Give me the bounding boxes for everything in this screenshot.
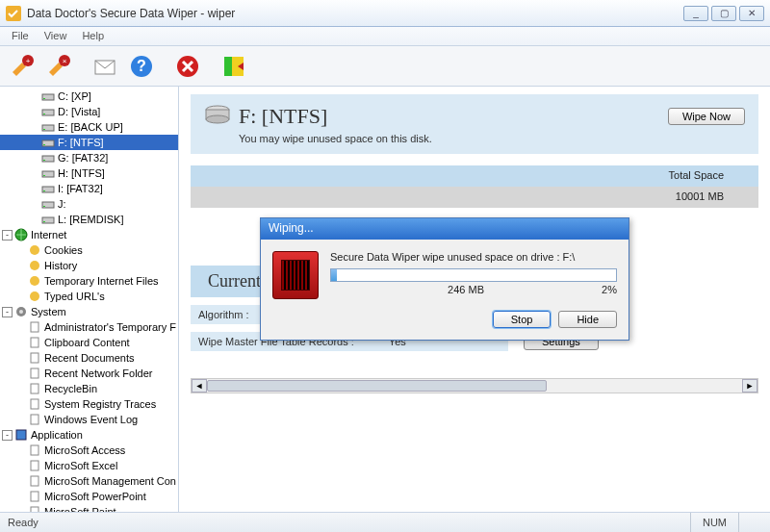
grid-row[interactable]: 10001 MB (191, 187, 758, 208)
svg-point-32 (30, 276, 39, 286)
tree-drive[interactable]: J: (0, 196, 178, 212)
svg-point-35 (19, 310, 23, 314)
menu-help[interactable]: Help (74, 27, 112, 45)
tree-application-item[interactable]: MicroSoft Management Con (0, 473, 178, 489)
dialog-stop-button[interactable]: Stop (493, 311, 552, 328)
tree-toggle[interactable]: - (2, 230, 13, 241)
svg-rect-27 (42, 217, 54, 223)
tree-label: Recent Documents (44, 352, 135, 364)
toolbar-stop-icon[interactable] (171, 50, 204, 83)
toolbar: + × ? (0, 46, 770, 87)
tree-system-item[interactable]: Administrator's Temporary F (0, 319, 178, 335)
tree-system-item[interactable]: Recent Network Folder (0, 366, 178, 381)
svg-point-54 (206, 115, 229, 123)
svg-rect-21 (42, 171, 54, 177)
menu-view[interactable]: View (37, 27, 75, 45)
tree-pane[interactable]: C: [XP]D: [Vista]E: [BACK UP]F: [NTFS]G:… (0, 87, 179, 512)
tree-system-item[interactable]: System Registry Traces (0, 396, 178, 412)
tree-application-item[interactable]: MicroSoft Excel (0, 458, 178, 473)
scroll-thumb[interactable] (207, 380, 547, 392)
tree-drive[interactable]: L: [REMDISK] (0, 212, 178, 227)
tree-internet-item[interactable]: Cookies (0, 242, 178, 258)
tree-drive[interactable]: I: [FAT32] (0, 181, 178, 196)
tree-application-item[interactable]: MicroSoft Access (0, 443, 178, 458)
window-title: Data Doctor's Secure Data Wiper - wiper (27, 7, 683, 20)
progress-mb: 246 MB (330, 284, 602, 295)
svg-rect-41 (31, 399, 38, 409)
tree-internet[interactable]: -Internet (0, 227, 178, 242)
tree-drive[interactable]: E: [BACK UP] (0, 119, 178, 135)
tree-icon (14, 428, 28, 442)
progress-bar (330, 268, 617, 282)
svg-rect-39 (31, 368, 38, 378)
tree-label: MicroSoft Excel (44, 460, 117, 471)
tree-drive[interactable]: F: [NTFS] (0, 135, 178, 150)
tree-drive[interactable]: C: [XP] (0, 89, 178, 104)
tree-internet-item[interactable]: History (0, 258, 178, 273)
dialog-hide-button[interactable]: Hide (558, 311, 617, 328)
tree-label: I: [FAT32] (58, 183, 103, 194)
tree-label: H: [NTFS] (58, 167, 105, 179)
tree-icon (41, 197, 55, 211)
tree-system-item[interactable]: Windows Event Log (0, 412, 178, 427)
tree-drive[interactable]: D: [Vista] (0, 104, 178, 119)
menu-file[interactable]: File (4, 27, 37, 45)
tree-drive[interactable]: G: [FAT32] (0, 150, 178, 165)
tree-label: RecycleBin (44, 383, 97, 394)
tree-label: J: (58, 198, 66, 210)
svg-rect-36 (31, 322, 38, 332)
toolbar-wipe-remove-icon[interactable]: × (42, 50, 75, 83)
statusbar: Ready NUM (0, 512, 770, 532)
svg-rect-43 (16, 430, 26, 440)
dialog-message: Secure Data Wiper wipe unused space on d… (330, 251, 617, 263)
close-button[interactable]: ✕ (739, 6, 764, 21)
svg-text:?: ? (137, 58, 146, 74)
tree-system[interactable]: -System (0, 304, 178, 319)
toolbar-help-icon[interactable]: ? (125, 50, 158, 83)
status-ready: Ready (8, 517, 38, 528)
tree-toggle[interactable]: - (2, 430, 13, 441)
tree-system-item[interactable]: RecycleBin (0, 381, 178, 396)
wipe-now-button[interactable]: Wipe Now (668, 108, 745, 125)
tree-label: MicroSoft PowerPoint (44, 491, 146, 502)
tree-application-item[interactable]: MicroSoft Paint (0, 504, 178, 512)
tree-application-item[interactable]: MicroSoft PowerPoint (0, 489, 178, 504)
tree-icon (41, 182, 55, 195)
tree-label: MicroSoft Access (44, 444, 125, 456)
tree-drive[interactable]: H: [NTFS] (0, 165, 178, 181)
tree-system-item[interactable]: Recent Documents (0, 350, 178, 366)
svg-rect-12 (43, 98, 45, 99)
toolbar-exit-icon[interactable] (218, 50, 250, 83)
tree-application[interactable]: -Application (0, 427, 178, 443)
drive-subtitle: You may wipe unused space on this disk. (239, 133, 745, 144)
toolbar-mail-icon[interactable] (89, 50, 121, 83)
maximize-button[interactable]: ▢ (711, 6, 736, 21)
svg-rect-25 (42, 202, 54, 208)
tree-icon (28, 367, 41, 380)
scroll-right-arrow[interactable]: ► (742, 379, 757, 393)
tree-internet-item[interactable]: Temporary Internet Files (0, 273, 178, 289)
svg-rect-17 (42, 140, 54, 146)
tree-label: F: [NTFS] (58, 137, 104, 148)
tree-label: System Registry Traces (44, 398, 156, 410)
svg-rect-37 (31, 338, 38, 347)
minimize-button[interactable]: _ (683, 6, 708, 21)
svg-rect-44 (31, 445, 38, 455)
svg-rect-11 (42, 94, 54, 100)
svg-rect-19 (42, 156, 54, 162)
content-horizontal-scrollbar[interactable]: ◄ ► (191, 378, 758, 393)
app-icon (6, 6, 21, 21)
tree-internet-item[interactable]: Typed URL's (0, 289, 178, 304)
svg-rect-38 (31, 353, 38, 363)
toolbar-wipe-add-icon[interactable]: + (6, 50, 38, 83)
scroll-left-arrow[interactable]: ◄ (192, 379, 207, 393)
svg-text:×: × (63, 57, 67, 65)
titlebar: Data Doctor's Secure Data Wiper - wiper … (0, 0, 770, 27)
svg-rect-28 (43, 221, 45, 222)
tree-label: MicroSoft Management Con (44, 475, 176, 487)
progress-fill (331, 269, 337, 281)
tree-toggle[interactable]: - (2, 307, 13, 317)
tree-system-item[interactable]: Clipboard Content (0, 335, 178, 350)
svg-rect-26 (43, 206, 45, 207)
dialog-title[interactable]: Wiping... (261, 218, 629, 240)
